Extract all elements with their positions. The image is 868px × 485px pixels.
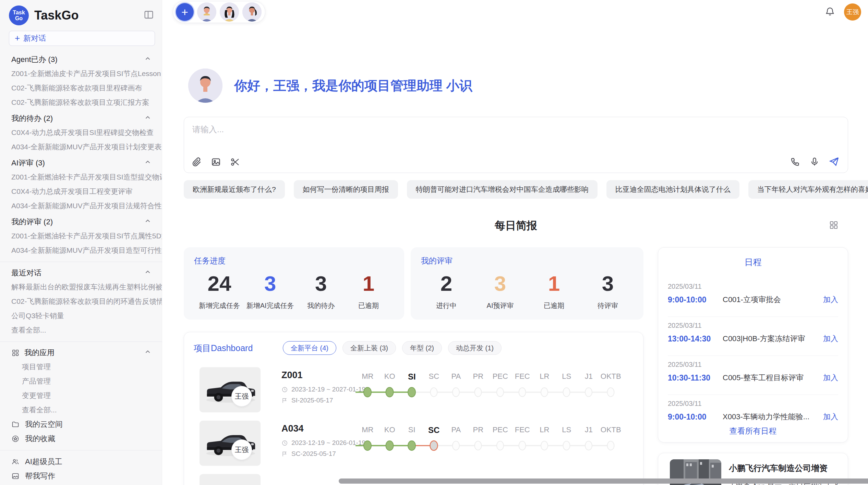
milestone-label: PEC	[489, 425, 511, 435]
user-avatar[interactable]: 王强	[844, 3, 861, 21]
sidebar-section-1-label: 我的待办 (2)	[11, 113, 144, 124]
project-image	[200, 421, 261, 466]
composer-right-icons	[790, 156, 840, 167]
sidebar-task-item[interactable]: C0X4-动力总成开发项目SI里程碑提交物检查	[0, 125, 162, 140]
send-icon[interactable]	[829, 156, 840, 167]
join-button[interactable]: 加入	[823, 412, 838, 422]
agent-avatar-1[interactable]	[197, 2, 216, 22]
insert-image-icon[interactable]	[211, 157, 221, 167]
suggestion-chip[interactable]: 特朗普可能对进口汽车增税会对中国车企造成哪些影响	[407, 180, 598, 199]
app-item[interactable]: 项目管理	[0, 360, 162, 374]
stat-label: 我的待办	[307, 301, 335, 310]
sidebar-task-item[interactable]: Z001-全新燃油轻卡产品开发项目SI造型提交物评审	[0, 170, 162, 184]
chevron-up-icon[interactable]	[144, 114, 152, 123]
horizontal-scrollbar[interactable]	[339, 478, 868, 484]
suggestion-chip[interactable]: 当下年轻人对汽车外观有怎样的喜好趋势	[748, 180, 868, 199]
assistant-avatar	[188, 69, 222, 103]
suggestion-chip[interactable]: 欧洲新规最近颁布了什么?	[184, 180, 285, 199]
stat: 2进行中	[426, 271, 467, 310]
people-icon	[11, 458, 20, 466]
microphone-icon[interactable]	[809, 157, 820, 167]
milestone-track	[355, 385, 626, 401]
milestone-track	[355, 438, 626, 454]
view-all-schedule-link[interactable]: 查看所有日程	[658, 426, 848, 436]
sidebar-task-item[interactable]: Z001-全新燃油轻卡产品开发项目SI节点属性5D文件评审	[0, 229, 162, 243]
recent-view-all[interactable]: 查看全部...	[0, 323, 162, 337]
scissors-icon[interactable]	[230, 157, 240, 167]
project-name[interactable]: Z001	[281, 370, 303, 381]
composer-left-icons	[192, 157, 240, 167]
suggestion-chip[interactable]: 比亚迪全固态电池计划具体说了什么	[606, 180, 739, 199]
join-button[interactable]: 加入	[823, 373, 838, 383]
logo-line1: Task	[13, 10, 25, 15]
add-agent-button[interactable]: +	[176, 3, 194, 21]
project-dates: 2023-12-19 ~ 2026-01-19	[281, 439, 365, 447]
schedule-event: 2025/03/1113:00-14:30C003|H0B-方案冻结评审加入	[668, 317, 838, 356]
dashboard-filter-chip[interactable]: 年型 (2)	[402, 341, 442, 355]
recent-conversation-item[interactable]: 公司Q3轻卡销量	[0, 309, 162, 323]
suggestion-chip[interactable]: 如何写一份清晰的项目周报	[294, 180, 398, 199]
dashboard-filter-chip[interactable]: 动总开发 (1)	[448, 341, 502, 355]
new-chat-button[interactable]: + 新对话	[9, 31, 155, 46]
attachment-icon[interactable]	[192, 157, 202, 167]
sidebar-section-recent: 最近对话	[0, 266, 162, 280]
recent-conversation-item[interactable]: C02-飞腾新能源轻客改款项目的闭环通告反馈情况	[0, 294, 162, 309]
sidebar-task-item[interactable]: A034-全新新能源MUV产品开发项目计划变更表编写	[0, 140, 162, 154]
sidebar-tool-item[interactable]: AI超级员工	[0, 455, 162, 469]
stat-label: 已逾期	[544, 301, 564, 310]
chevron-up-icon[interactable]	[144, 348, 152, 358]
chevron-up-icon[interactable]	[144, 158, 152, 168]
dashboard-filter-chip[interactable]: 全新平台 (4)	[283, 341, 336, 355]
chevron-up-icon[interactable]	[144, 217, 152, 227]
join-button[interactable]: 加入	[823, 334, 838, 344]
project-name[interactable]: A034	[281, 423, 304, 434]
star-icon	[11, 435, 20, 443]
photo-icon	[11, 472, 20, 480]
sidebar-task-item[interactable]: C02-飞腾新能源轻客改款项目立项汇报方案	[0, 95, 162, 110]
notification-bell-icon[interactable]	[825, 6, 835, 18]
event-date: 2025/03/11	[668, 356, 838, 369]
chat-composer[interactable]: 请输入...	[184, 117, 848, 173]
agent-avatar-3[interactable]	[242, 2, 262, 22]
sidebar-task-item[interactable]: A034-全新新能源MUV产品开发项目法规符合性评审	[0, 199, 162, 213]
milestone-label: LS	[556, 425, 578, 435]
join-button[interactable]: 加入	[823, 295, 838, 305]
collapse-sidebar-icon[interactable]	[143, 9, 154, 22]
topbar-right: 王强	[825, 3, 861, 21]
chevron-up-icon[interactable]	[144, 55, 152, 64]
sidebar-task-item[interactable]: A034-全新新能源MUV产品开发项目造型可行性评审	[0, 243, 162, 258]
event-name: C005-整车工程目标评审	[723, 373, 823, 383]
sidebar-tool-item[interactable]: 创意制图	[0, 483, 162, 485]
recent-conversation-item[interactable]: 解释最新出台的欧盟报废车法规再生塑料比例被调至15%...	[0, 280, 162, 294]
milestone-label: FEC	[511, 425, 534, 435]
milestone-labels: MRKOSISCPAPRPECFECLRLSJ1OKTB	[355, 425, 626, 435]
chevron-up-icon[interactable]	[144, 268, 152, 278]
sidebar-item-folder[interactable]: 我的云空间	[0, 417, 162, 432]
sidebar-tool-item[interactable]: 帮我写作	[0, 469, 162, 483]
milestone-label: KO	[379, 372, 401, 382]
milestone-label: OKTB	[600, 372, 622, 382]
milestone-label: SC	[423, 372, 445, 382]
sidebar-task-item[interactable]: C02-飞腾新能源轻客改款项目里程碑画布	[0, 81, 162, 95]
sidebar-section-my-apps: 我的应用	[0, 346, 162, 360]
sidebar-item-star[interactable]: 我的收藏	[0, 432, 162, 446]
app-item[interactable]: 变更管理	[0, 388, 162, 403]
main-area: + 王强 你好，王强，我是你的项目管理助理 小识 请输入...	[162, 0, 868, 485]
milestone-label: PA	[445, 425, 467, 435]
stat: 24新增完成任务	[199, 271, 240, 310]
apps-view-all[interactable]: 查看全部...	[0, 403, 162, 417]
app-item[interactable]: 产品管理	[0, 374, 162, 388]
dashboard-filters: 全新平台 (4)全新上装 (3)年型 (2)动总开发 (1)	[283, 341, 502, 355]
app-logo: Task Go	[9, 5, 29, 25]
sidebar-task-item[interactable]: C0X4-动力总成开发项目工程变更评审	[0, 184, 162, 199]
voice-call-icon[interactable]	[790, 157, 800, 167]
folder-icon	[11, 420, 20, 428]
suggestion-chips: 欧洲新规最近颁布了什么?如何写一份清晰的项目周报特朗普可能对进口汽车增税会对中国…	[184, 180, 848, 199]
stat-label: 已逾期	[358, 301, 379, 310]
sidebar-task-item[interactable]: Z001-全新燃油皮卡产品开发项目SI节点Lesson Learn报告	[0, 66, 162, 81]
layout-grid-icon[interactable]	[829, 220, 839, 232]
event-time: 9:00-10:00	[668, 412, 723, 422]
event-name: X003-车辆动力学性能验...	[723, 412, 823, 422]
agent-avatar-2[interactable]	[220, 2, 239, 22]
dashboard-filter-chip[interactable]: 全新上装 (3)	[342, 341, 396, 355]
